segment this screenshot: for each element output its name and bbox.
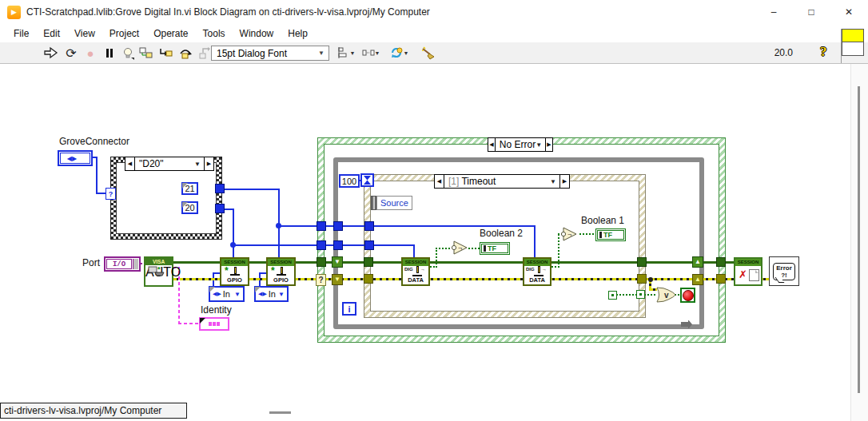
tunnel[interactable] — [333, 221, 343, 231]
grove-connector-control[interactable]: ◀▶ — [58, 150, 93, 166]
tunnel[interactable] — [333, 240, 343, 250]
menu-file[interactable]: File — [6, 26, 36, 41]
error-case-selector-terminal[interactable]: ? — [316, 274, 326, 286]
loop-iteration-terminal[interactable]: i — [342, 302, 356, 316]
case-selector-d20[interactable]: ◀ "D20" ▼ ▶ — [125, 157, 214, 171]
page-icon — [749, 269, 759, 281]
case-selector-no-error[interactable]: ◀ No Error ▼ ▶ — [488, 137, 553, 152]
timeout-constant-100[interactable]: 100 — [339, 174, 360, 188]
tunnel[interactable] — [215, 184, 225, 193]
reorder-button[interactable]: ▼ — [386, 45, 412, 61]
case-selector-terminal[interactable]: ? — [106, 188, 116, 200]
boolean-source-terminal[interactable] — [608, 291, 617, 300]
dig-data-node-2[interactable]: SESSION DIG → DATA — [523, 257, 551, 286]
boolean-2-indicator[interactable]: TF — [480, 242, 510, 255]
tunnel[interactable] — [636, 290, 645, 299]
chevron-down-icon[interactable]: ▼ — [278, 291, 285, 298]
event-data-handle[interactable] — [371, 196, 376, 210]
stop-button-terminal[interactable] — [680, 288, 695, 303]
chevron-down-icon[interactable]: ▼ — [536, 141, 542, 149]
distribute-objects-button[interactable]: ▼ — [360, 45, 382, 61]
minimize-button[interactable]: – — [755, 0, 792, 24]
vertical-scrollbar-thumb[interactable] — [858, 86, 860, 393]
event-data-node[interactable]: Source — [371, 196, 412, 210]
clean-up-diagram-button[interactable] — [418, 45, 439, 61]
identity-indicator[interactable] — [199, 317, 229, 331]
menu-window[interactable]: Window — [233, 26, 281, 41]
event-data-source[interactable]: Source — [376, 196, 412, 210]
vi-icon-pane[interactable] — [842, 29, 864, 56]
tunnel[interactable] — [364, 274, 373, 284]
menu-edit[interactable]: Edit — [36, 26, 67, 41]
tunnel[interactable] — [637, 257, 647, 267]
or-gate-icon: v — [655, 286, 677, 304]
step-out-button[interactable] — [195, 45, 213, 61]
chevron-down-icon[interactable]: ▼ — [234, 291, 241, 298]
font-selector[interactable]: 15pt Dialog Font ▼ — [211, 46, 329, 61]
close-button[interactable]: ✕ — [830, 0, 867, 24]
step-over-button[interactable] — [177, 45, 194, 61]
align-objects-button[interactable]: ▼ — [335, 45, 357, 61]
event-timeout-terminal[interactable] — [360, 173, 374, 187]
tunnel[interactable] — [215, 204, 225, 213]
not-gate-2[interactable]: ¬ — [560, 227, 579, 244]
tunnel[interactable] — [317, 240, 326, 250]
property-glyph — [281, 267, 283, 274]
gpio-property-node-1[interactable]: SESSION * GPIO — [220, 257, 249, 286]
run-continuously-button[interactable]: ⟳ — [62, 45, 80, 61]
previous-case-icon[interactable]: ◀ — [125, 157, 135, 170]
chevron-down-icon[interactable]: ▼ — [194, 161, 201, 168]
horizontal-scrollbar-thumb[interactable] — [269, 411, 291, 414]
execution-target-tab[interactable]: cti-drivers-lv-visa.lvproj/My Computer — [0, 403, 187, 419]
event-selector-timeout[interactable]: ◀ [1] Timeout ▼ ▶ — [434, 174, 570, 189]
simple-error-handler-node[interactable]: Error ?! — [769, 256, 799, 286]
menu-tools[interactable]: Tools — [196, 26, 233, 41]
menu-help[interactable]: Help — [281, 26, 315, 41]
shift-register-left[interactable]: ▼ — [332, 274, 343, 285]
gpio-property-node-2[interactable]: SESSION * GPIO — [266, 257, 296, 286]
tunnel[interactable] — [637, 274, 647, 284]
abort-button[interactable]: ● — [82, 45, 99, 61]
menu-project[interactable]: Project — [102, 26, 146, 41]
or-gate[interactable]: v — [655, 286, 677, 307]
chevron-down-icon[interactable]: ▼ — [550, 178, 556, 185]
broom-icon — [420, 46, 436, 60]
port-control[interactable]: I/O — [104, 256, 141, 272]
pause-button[interactable] — [101, 45, 118, 61]
menu-operate[interactable]: Operate — [146, 26, 195, 41]
shift-register-right[interactable]: ▲ — [692, 274, 703, 285]
highlight-execution-button[interactable] — [119, 45, 137, 61]
step-into-button[interactable] — [157, 45, 174, 61]
session-close-node[interactable]: SESSION ✗ — [734, 257, 762, 286]
not-gate-icon: ¬ — [451, 240, 470, 255]
numeric-constant-21[interactable]: 21 — [181, 182, 198, 195]
menu-bar: File Edit View Project Operate Tools Win… — [0, 24, 868, 42]
boolean-2-label: Boolean 2 — [480, 228, 523, 239]
visa-open-node[interactable]: VISA * AUTO — [144, 256, 173, 287]
tunnel[interactable] — [317, 257, 326, 267]
enum-constant-in-1[interactable]: ◀▶In▼ — [209, 286, 245, 302]
previous-case-icon[interactable]: ◀ — [488, 138, 496, 151]
not-gate-1[interactable]: ¬ — [451, 240, 470, 258]
numeric-constant-20[interactable]: 20 — [181, 201, 198, 214]
menu-view[interactable]: View — [67, 26, 102, 41]
tunnel[interactable] — [317, 221, 326, 231]
next-case-icon[interactable]: ▶ — [559, 175, 569, 188]
maximize-button[interactable]: □ — [793, 0, 830, 24]
run-button[interactable] — [42, 45, 60, 61]
shift-register-left[interactable]: ▼ — [332, 256, 343, 268]
next-case-icon[interactable]: ▶ — [545, 138, 552, 151]
tunnel[interactable] — [716, 257, 726, 267]
enum-constant-in-2[interactable]: ◀▶In▼ — [254, 286, 289, 302]
tunnel[interactable] — [364, 240, 374, 250]
retain-wire-values-button[interactable] — [137, 45, 155, 61]
boolean-1-indicator[interactable]: TF — [595, 228, 626, 241]
dig-data-node-1[interactable]: SESSION DIG → DATA — [401, 257, 430, 286]
context-help-button[interactable]: ? — [820, 44, 827, 60]
previous-case-icon[interactable]: ◀ — [435, 175, 444, 188]
tunnel[interactable] — [364, 221, 374, 231]
tunnel[interactable] — [716, 274, 726, 284]
tunnel[interactable] — [364, 257, 373, 267]
next-case-icon[interactable]: ▶ — [204, 157, 213, 170]
shift-register-right[interactable]: ▲ — [692, 256, 703, 268]
